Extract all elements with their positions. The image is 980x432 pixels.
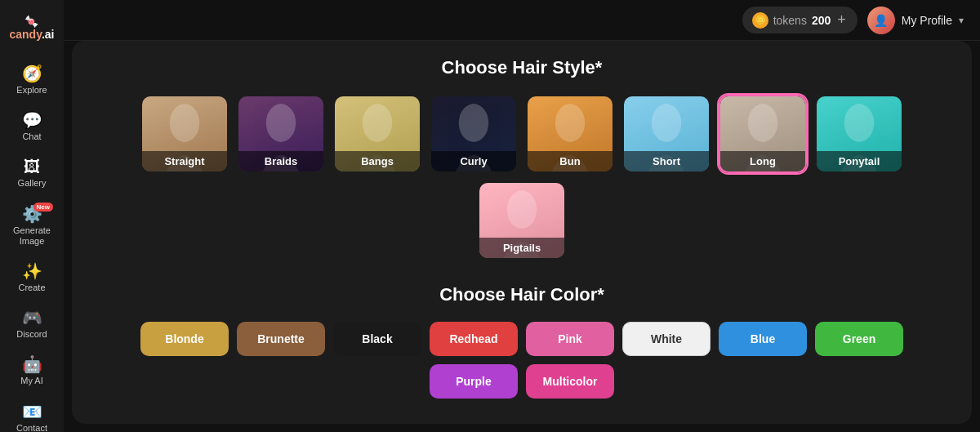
svg-point-1 [266, 104, 296, 142]
explore-label: Explore [16, 85, 47, 96]
main-area: 🪙 tokens 200 + 👤 My Profile ▾ Choose Hai… [64, 0, 980, 432]
hair-color-white[interactable]: White [622, 322, 710, 356]
explore-icon: 🧭 [22, 65, 42, 82]
new-badge: New [33, 203, 53, 212]
hair-style-straight[interactable]: Straight [140, 95, 229, 173]
my-ai-icon: 🤖 [22, 356, 42, 372]
bun-label: Bun [528, 151, 612, 171]
hair-style-grid: Straight Braids Bangs Curly Bun Short Lo… [105, 95, 939, 260]
svg-point-4 [555, 104, 585, 142]
create-icon: ✨ [22, 263, 42, 279]
hair-color-green[interactable]: Green [815, 322, 903, 356]
contact-label: Contact [16, 423, 47, 433]
add-tokens-button[interactable]: + [835, 11, 848, 29]
hair-style-pigtails[interactable]: Pigtails [478, 181, 566, 260]
sidebar-item-my-ai[interactable]: 🤖My AI [6, 350, 58, 393]
generate-label: Generate Image [9, 225, 55, 247]
hair-color-grid: BlondeBrunetteBlackRedheadPinkWhiteBlueG… [105, 322, 939, 399]
curly-label: Curly [431, 151, 516, 171]
hair-color-blonde[interactable]: Blonde [140, 322, 229, 356]
sidebar-item-explore[interactable]: 🧭Explore [6, 59, 58, 102]
chat-icon: 💬 [22, 112, 42, 128]
hair-color-blue[interactable]: Blue [719, 322, 807, 356]
gallery-label: Gallery [18, 178, 47, 189]
sidebar-item-chat[interactable]: 💬Chat [6, 105, 58, 149]
token-icon: 🪙 [752, 12, 768, 29]
chat-label: Chat [22, 131, 41, 142]
hair-style-curly[interactable]: Curly [430, 95, 518, 173]
hair-color-black[interactable]: Black [333, 322, 421, 356]
svg-point-6 [748, 104, 777, 142]
svg-point-8 [507, 190, 537, 229]
my-ai-label: My AI [20, 376, 43, 386]
hair-style-bangs[interactable]: Bangs [333, 95, 421, 173]
hair-color-brunette[interactable]: Brunette [237, 322, 325, 356]
hair-color-redhead[interactable]: Redhead [430, 322, 518, 356]
sidebar-item-discord[interactable]: 🎮Discord [6, 303, 58, 346]
bangs-label: Bangs [335, 151, 420, 171]
hair-style-long[interactable]: Long [719, 95, 807, 173]
sidebar-item-contact[interactable]: 📧Contact [6, 397, 58, 433]
hair-style-bun[interactable]: Bun [526, 95, 614, 173]
straight-label: Straight [142, 151, 227, 171]
hair-style-ponytail[interactable]: Ponytail [815, 95, 903, 173]
hair-color-multicolor[interactable]: Multicolor [526, 364, 614, 399]
hair-style-braids[interactable]: Braids [237, 95, 325, 173]
pigtails-label: Pigtails [479, 238, 564, 258]
sidebar: 🍬candy.ai 🧭Explore💬Chat🖼GalleryNew⚙️Gene… [0, 0, 64, 432]
hair-color-pink[interactable]: Pink [526, 322, 614, 356]
contact-icon: 📧 [22, 403, 42, 420]
svg-point-7 [844, 104, 874, 142]
svg-point-2 [363, 104, 392, 142]
create-label: Create [18, 283, 45, 293]
ponytail-label: Ponytail [817, 151, 902, 171]
tokens-count: 200 [812, 14, 831, 27]
sidebar-item-gallery[interactable]: 🖼Gallery [6, 152, 58, 195]
hair-style-title: Choose Hair Style* [105, 57, 939, 78]
long-label: Long [720, 151, 805, 171]
hair-color-purple[interactable]: Purple [430, 364, 518, 399]
discord-icon: 🎮 [22, 310, 42, 326]
hair-color-title: Choose Hair Color* [105, 284, 939, 305]
discord-label: Discord [16, 329, 47, 340]
hair-style-short[interactable]: Short [622, 95, 710, 173]
profile-label: My Profile [902, 14, 952, 27]
chevron-down-icon: ▾ [959, 15, 964, 26]
svg-point-3 [459, 104, 488, 142]
logo[interactable]: 🍬candy.ai [2, 8, 60, 47]
svg-point-5 [652, 104, 681, 142]
braids-label: Braids [238, 151, 323, 171]
short-label: Short [624, 151, 709, 171]
tokens-label: tokens [773, 14, 807, 27]
sidebar-item-create[interactable]: ✨Create [6, 256, 58, 300]
main-content: Choose Hair Style* Straight Braids Bangs… [72, 41, 972, 424]
header: 🪙 tokens 200 + 👤 My Profile ▾ [64, 0, 980, 41]
avatar: 👤 [867, 7, 895, 34]
svg-point-0 [170, 104, 199, 142]
sidebar-item-generate[interactable]: New⚙️Generate Image [6, 199, 58, 253]
gallery-icon: 🖼 [24, 158, 40, 175]
tokens-pill[interactable]: 🪙 tokens 200 + [742, 7, 858, 33]
profile-area[interactable]: 👤 My Profile ▾ [867, 7, 964, 34]
